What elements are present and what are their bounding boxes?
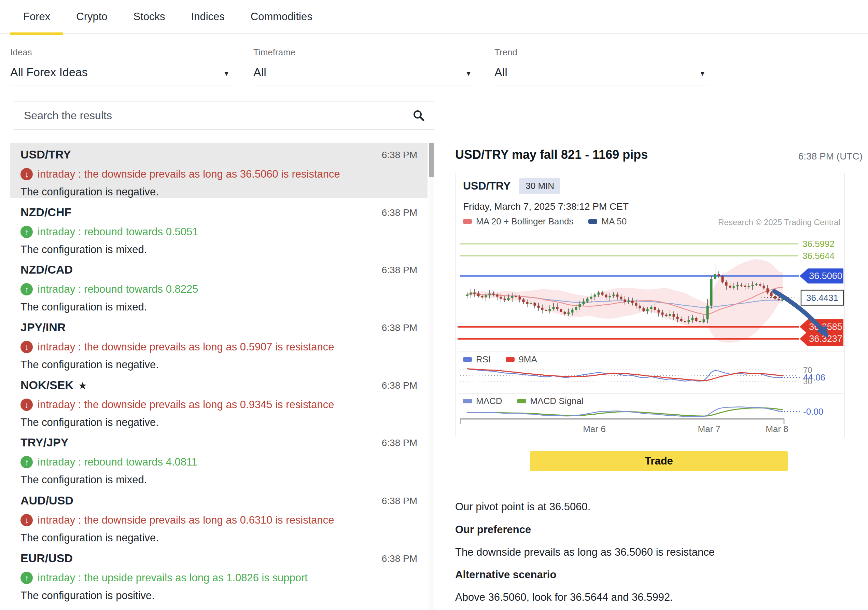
configuration-text: The configuration is negative.: [20, 416, 407, 428]
svg-text:36.5060: 36.5060: [809, 271, 842, 281]
trade-button[interactable]: Trade: [530, 451, 788, 471]
pair-title-row: JPY/INR: [20, 320, 407, 334]
svg-text:-0.00: -0.00: [803, 407, 823, 417]
signal-row: ↓intraday : the downside prevails as lon…: [20, 397, 407, 412]
tab-indices[interactable]: Indices: [178, 0, 238, 34]
signal-text: intraday : the downside prevails as long…: [37, 167, 340, 182]
svg-text:36.4431: 36.4431: [806, 293, 838, 303]
alternative-heading: Alternative scenario: [455, 568, 848, 582]
item-time: 6:38 PM: [382, 207, 417, 218]
filter-timeframe[interactable]: TimeframeAll▼: [253, 44, 475, 85]
legend-label: RSI: [476, 354, 491, 365]
preference-heading: Our preference: [455, 523, 848, 537]
list-item[interactable]: USD/TRY6:38 PM↓intraday : the downside p…: [10, 143, 428, 198]
pair-name: JPY/INR: [20, 321, 65, 334]
list-item[interactable]: NZD/CAD6:38 PM↑intraday : rebound toward…: [10, 258, 428, 313]
chart-card: USD/TRY 30 MIN Friday, March 7, 2025 7:3…: [455, 173, 845, 437]
svg-text:30: 30: [803, 377, 812, 386]
filter-label: Timeframe: [253, 47, 295, 58]
pair-title-row: USD/TRY: [20, 147, 407, 161]
legend-item: MACD Signal: [517, 396, 584, 407]
arrow-down-circle-icon: ↓: [20, 399, 33, 411]
svg-text:Mar 7: Mar 7: [698, 424, 720, 434]
tab-forex[interactable]: Forex: [10, 0, 63, 34]
chevron-down-icon: ▼: [223, 70, 230, 78]
search-box[interactable]: [14, 101, 434, 130]
chart-symbol: USD/TRY: [463, 180, 510, 192]
item-time: 6:38 PM: [382, 150, 417, 160]
macd-legend: MACDMACD Signal: [463, 396, 584, 407]
arrow-up-circle-icon: ↑: [20, 572, 33, 584]
legend-label: MACD: [476, 396, 502, 407]
item-time: 6:38 PM: [382, 323, 417, 333]
tab-crypto[interactable]: Crypto: [63, 0, 120, 34]
tab-commodities[interactable]: Commodities: [238, 0, 326, 34]
pair-title-row: NZD/CHF: [20, 205, 407, 219]
legend-item: MACD: [463, 396, 502, 407]
legend-swatch: [463, 357, 472, 362]
signal-row: ↓intraday : the downside prevails as lon…: [20, 513, 407, 528]
filter-value: All: [494, 65, 507, 79]
configuration-text: The configuration is mixed.: [20, 474, 407, 486]
pair-title-row: TRY/JPY: [20, 435, 407, 449]
pair-name: EUR/USD: [20, 552, 73, 565]
signal-row: ↑intraday : rebound towards 0.5051: [20, 224, 407, 239]
svg-text:Mar 6: Mar 6: [583, 424, 605, 434]
signal-text: intraday : rebound towards 0.5051: [37, 224, 198, 239]
list-scrollbar-track[interactable]: [429, 143, 434, 610]
list-item[interactable]: TRY/JPY6:38 PM↑intraday : rebound toward…: [10, 431, 428, 486]
legend-label: MACD Signal: [530, 396, 584, 407]
chart-interval-badge: 30 MIN: [519, 178, 560, 194]
list-item[interactable]: AUD/USD6:38 PM↓intraday : the downside p…: [10, 489, 428, 544]
list-scrollbar-thumb[interactable]: [429, 143, 434, 177]
signal-row: ↓intraday : the downside prevails as lon…: [20, 167, 407, 182]
rsi-legend: RSI9MA: [463, 354, 537, 365]
svg-text:36.5644: 36.5644: [803, 251, 834, 261]
pivot-text: Our pivot point is at 36.5060.: [455, 500, 848, 514]
search-icon[interactable]: [412, 109, 425, 122]
filter-label: Ideas: [10, 47, 32, 58]
configuration-text: The configuration is mixed.: [20, 244, 407, 256]
signal-row: ↑intraday : rebound towards 0.8225: [20, 282, 407, 297]
signal-row: ↑intraday : the upside prevails as long …: [20, 570, 407, 585]
pair-name: NZD/CAD: [20, 263, 73, 276]
item-time: 6:38 PM: [382, 265, 417, 276]
search-input[interactable]: [14, 109, 412, 122]
pair-title-row: EUR/USD: [20, 551, 407, 565]
list-item[interactable]: EUR/USD6:38 PM↑intraday : the upside pre…: [10, 546, 428, 602]
legend-label: 9MA: [519, 354, 537, 365]
legend-swatch: [463, 219, 472, 224]
signal-text: intraday : rebound towards 0.8225: [37, 282, 198, 297]
signal-text: intraday : the downside prevails as long…: [37, 340, 334, 354]
configuration-text: The configuration is negative.: [20, 359, 407, 371]
idea-title: USD/TRY may fall 821 - 1169 pips: [455, 147, 648, 162]
arrow-down-circle-icon: ↓: [20, 514, 33, 526]
legend-swatch: [506, 357, 515, 362]
filter-value: All Forex Ideas: [10, 65, 88, 79]
arrow-up-circle-icon: ↑: [20, 226, 33, 238]
signal-text: intraday : the downside prevails as long…: [37, 397, 334, 412]
list-item[interactable]: JPY/INR6:38 PM↓intraday : the downside p…: [10, 315, 428, 371]
configuration-text: The configuration is negative.: [20, 186, 407, 198]
arrow-down-circle-icon: ↓: [20, 168, 33, 180]
filter-ideas[interactable]: IdeasAll Forex Ideas▼: [10, 44, 233, 85]
arrow-up-circle-icon: ↑: [20, 456, 33, 468]
filter-trend[interactable]: TrendAll▼: [494, 44, 709, 85]
signal-row: ↓intraday : the downside prevails as lon…: [20, 340, 407, 354]
list-item[interactable]: NZD/CHF6:38 PM↑intraday : rebound toward…: [10, 200, 428, 256]
list-item[interactable]: NOK/SEK★6:38 PM↓intraday : the downside …: [10, 373, 428, 428]
legend-swatch: [588, 219, 597, 224]
chevron-down-icon: ▼: [465, 70, 472, 78]
pair-name: NOK/SEK: [20, 379, 73, 391]
svg-text:Mar 8: Mar 8: [766, 424, 788, 434]
filter-value: All: [253, 65, 267, 79]
tab-stocks[interactable]: Stocks: [121, 0, 178, 34]
market-tabs: ForexCryptoStocksIndicesCommodities: [0, 0, 868, 34]
star-icon: ★: [78, 380, 87, 391]
preference-text: The downside prevails as long as 36.5060…: [455, 545, 848, 559]
configuration-text: The configuration is positive.: [20, 590, 407, 602]
pair-name: NZD/CHF: [20, 206, 71, 219]
signal-row: ↑intraday : rebound towards 4.0811: [20, 455, 407, 470]
ideas-list: USD/TRY6:38 PM↓intraday : the downside p…: [10, 143, 428, 610]
legend-item: 9MA: [506, 354, 537, 365]
